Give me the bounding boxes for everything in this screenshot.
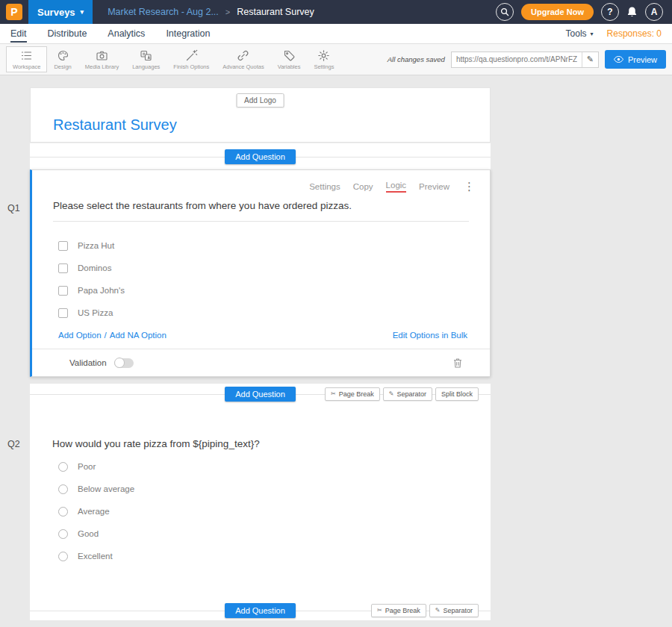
- q2-option-row: Excellent: [58, 545, 491, 567]
- q2-option-label[interactable]: Good: [78, 529, 99, 538]
- search-button[interactable]: [496, 3, 514, 21]
- survey-url-input[interactable]: [452, 52, 582, 67]
- add-na-option-link[interactable]: Add NA Option: [110, 331, 167, 340]
- add-question-row-mid: Add Question ✂ Page Break ✎ Separator Sp…: [30, 384, 491, 404]
- gear-icon: [317, 49, 330, 62]
- toolbar-item-workspace[interactable]: Workspace: [6, 46, 47, 72]
- q1-option-checkbox[interactable]: [58, 286, 68, 296]
- page-break-button[interactable]: ✂ Page Break: [371, 604, 426, 617]
- q1-preview-link[interactable]: Preview: [419, 182, 449, 191]
- q2-question-text[interactable]: How would you rate pizza from ${piping_t…: [52, 438, 470, 449]
- toolbar-item-label: Media Library: [85, 63, 119, 70]
- q2-option-row: Below average: [58, 478, 491, 500]
- block-action-buttons: ✂ Page Break ✎ Separator Split Block: [325, 387, 479, 401]
- workspace-icon: [20, 49, 33, 62]
- toolbar-item-media-library[interactable]: Media Library: [78, 46, 125, 72]
- toolbar-item-label: Finish Options: [173, 63, 209, 70]
- upgrade-now-button[interactable]: Upgrade Now: [521, 4, 594, 20]
- add-option-link[interactable]: Add Option: [58, 331, 102, 340]
- q2-option-radio[interactable]: [58, 529, 68, 539]
- q1-option-label[interactable]: Dominos: [78, 263, 111, 272]
- tab-distribute[interactable]: Distribute: [48, 28, 87, 39]
- topbar-right-cluster: Upgrade Now ? A: [496, 3, 663, 21]
- q2-option-label[interactable]: Excellent: [78, 552, 113, 561]
- tab-edit[interactable]: Edit: [10, 28, 27, 39]
- q2-option-radio[interactable]: [58, 462, 68, 472]
- q1-option-label[interactable]: Pizza Hut: [78, 241, 114, 250]
- surveys-label: Surveys: [37, 7, 75, 18]
- q1-footer: Validation: [32, 349, 490, 376]
- split-block-button[interactable]: Split Block: [435, 387, 479, 401]
- q1-more-menu-icon[interactable]: ⋮: [464, 180, 475, 193]
- q1-logic-link[interactable]: Logic: [386, 181, 407, 193]
- toolbar-item-label: Workspace: [13, 63, 40, 70]
- breadcrumb-parent-link[interactable]: Market Research - Aug 2...: [108, 7, 219, 17]
- q2-option-radio[interactable]: [58, 484, 68, 494]
- link-icon: [237, 49, 249, 62]
- help-button[interactable]: ?: [601, 3, 619, 21]
- toolbar-item-settings[interactable]: Settings: [307, 46, 340, 72]
- chevron-down-icon: ▾: [591, 31, 594, 37]
- q1-option-label[interactable]: US Pizza: [78, 308, 113, 317]
- survey-header-card: Add Logo Restaurant Survey: [30, 87, 491, 143]
- tab-analytics[interactable]: Analytics: [108, 28, 145, 39]
- breadcrumb: Market Research - Aug 2... > Restaurant …: [108, 7, 314, 17]
- question-card-q2[interactable]: How would you rate pizza from ${piping_t…: [30, 404, 491, 600]
- add-question-button[interactable]: Add Question: [225, 387, 296, 402]
- palette-icon: [57, 49, 69, 62]
- delete-question-icon[interactable]: [453, 358, 462, 368]
- toolbar-item-label: Advance Quotas: [223, 63, 264, 70]
- edit-url-button[interactable]: ✎: [582, 52, 598, 67]
- tab-analytics-label: Analytics: [108, 28, 145, 39]
- toolbar-item-finish-options[interactable]: Finish Options: [167, 46, 216, 72]
- tab-integration[interactable]: Integration: [166, 28, 210, 39]
- q1-settings-link[interactable]: Settings: [309, 182, 340, 191]
- q2-option-radio[interactable]: [58, 552, 68, 561]
- q1-option-label[interactable]: Papa John's: [78, 286, 125, 295]
- q1-option-row: Dominos: [58, 257, 490, 279]
- q1-option-checkbox[interactable]: [58, 308, 68, 318]
- notifications-button[interactable]: [626, 6, 638, 18]
- q1-gutter-label: Q1: [7, 203, 20, 213]
- q2-option-radio[interactable]: [58, 507, 68, 517]
- separator-icon: ✎: [389, 390, 394, 397]
- toolbar-item-languages[interactable]: Languages: [125, 46, 167, 72]
- toolbar-item-design[interactable]: Design: [47, 46, 78, 72]
- questionpro-logo[interactable]: P: [6, 4, 22, 20]
- survey-title[interactable]: Restaurant Survey: [53, 116, 177, 134]
- q1-option-checkbox[interactable]: [58, 241, 68, 251]
- validation-toggle[interactable]: [114, 358, 134, 368]
- add-question-button[interactable]: Add Question: [225, 603, 296, 618]
- block-action-buttons: ✂ Page Break ✎ Separator: [371, 604, 479, 617]
- surveys-dropdown[interactable]: Surveys ▾: [28, 0, 93, 24]
- preview-button[interactable]: Preview: [605, 50, 666, 69]
- separator-button[interactable]: ✎ Separator: [429, 604, 479, 617]
- option-link-separator: /: [105, 331, 107, 340]
- q1-option-row: US Pizza: [58, 302, 490, 324]
- search-icon: [500, 7, 509, 16]
- q1-option-checkbox[interactable]: [58, 263, 68, 273]
- responses-count[interactable]: Responses: 0: [607, 28, 662, 39]
- q2-option-label[interactable]: Average: [78, 507, 110, 516]
- question-card-q1[interactable]: Settings Copy Logic Preview ⋮ Please sel…: [30, 169, 491, 377]
- avatar[interactable]: A: [645, 3, 663, 21]
- add-question-button[interactable]: Add Question: [225, 149, 296, 164]
- q1-copy-link[interactable]: Copy: [353, 182, 373, 191]
- q2-option-label[interactable]: Below average: [78, 484, 134, 493]
- main-nav: Edit Distribute Analytics Integration To…: [0, 24, 672, 44]
- tools-dropdown[interactable]: Tools ▾: [566, 28, 594, 39]
- tag-icon: [283, 49, 296, 62]
- toolbar-item-label: Settings: [314, 63, 334, 70]
- q2-option-row: Good: [58, 522, 491, 545]
- add-logo-button[interactable]: Add Logo: [236, 93, 284, 107]
- toolbar-item-variables[interactable]: Variables: [271, 46, 308, 72]
- q1-question-text[interactable]: Please select the restaurants from where…: [53, 200, 469, 222]
- toolbar-item-advance-quotas[interactable]: Advance Quotas: [216, 46, 270, 72]
- page-break-button[interactable]: ✂ Page Break: [325, 387, 380, 401]
- split-block-label: Split Block: [441, 390, 473, 398]
- breadcrumb-separator: >: [225, 7, 230, 16]
- separator-button[interactable]: ✎ Separator: [383, 387, 432, 401]
- survey-content-column: Add Logo Restaurant Survey Add Question …: [30, 87, 491, 620]
- edit-options-in-bulk-link[interactable]: Edit Options in Bulk: [393, 331, 467, 340]
- q2-option-label[interactable]: Poor: [78, 462, 96, 471]
